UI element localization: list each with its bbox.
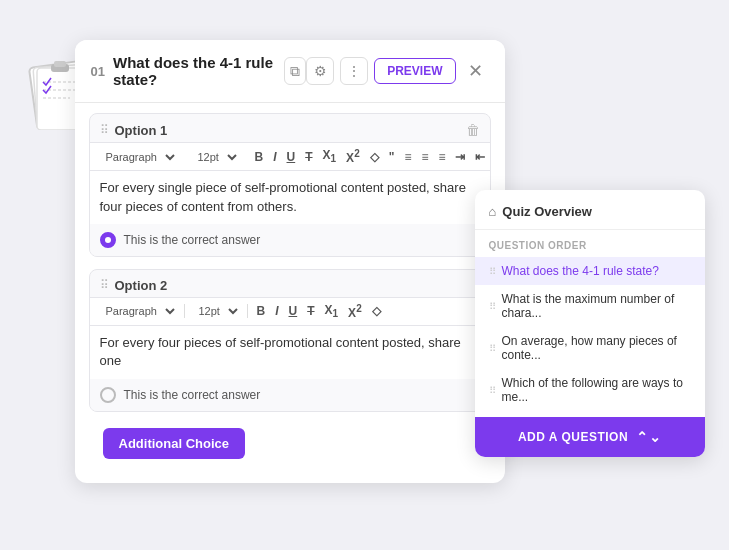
overview-question-4[interactable]: ⠿ Which of the following are ways to me.… (475, 369, 705, 411)
correct-answer-1-label: This is the correct answer (124, 233, 261, 247)
drag-icon-q2: ⠿ (489, 301, 496, 312)
italic-btn-2[interactable]: I (272, 303, 281, 319)
options-area: ⠿ Option 1 🗑 Paragraph 12pt B I (75, 103, 505, 483)
drag-icon-q4: ⠿ (489, 385, 496, 396)
overview-question-1-text: What does the 4-1 rule state? (502, 264, 659, 278)
divider-3 (184, 304, 185, 318)
strikethrough-btn-2[interactable]: T (304, 303, 317, 319)
overview-question-2-text: What is the maximum number of chara... (502, 292, 691, 320)
option-2-label-row: ⠿ Option 2 (100, 278, 168, 293)
option-1-content[interactable]: For every single piece of self-promotion… (90, 171, 490, 223)
add-question-button[interactable]: ADD A QUESTION ⌃⌄ (475, 417, 705, 457)
more-btn[interactable]: ⋮ (340, 57, 368, 85)
toolbar-2: Paragraph 12pt B I U T X1 X2 ◇ (90, 297, 490, 326)
quote-btn-1[interactable]: " (386, 149, 398, 165)
bold-btn-2[interactable]: B (254, 303, 269, 319)
drag-handle-1[interactable]: ⠿ (100, 123, 109, 137)
overview-question-3[interactable]: ⠿ On average, how many pieces of conte..… (475, 327, 705, 369)
correct-answer-2-row: This is the correct answer (90, 379, 490, 411)
list-ol-btn-1[interactable]: ≡ (418, 149, 431, 165)
align-btn-1[interactable]: ≡ (435, 149, 448, 165)
italic-btn-1[interactable]: I (270, 149, 279, 165)
settings-btn[interactable]: ⚙ (306, 57, 334, 85)
option-1-header: ⠿ Option 1 🗑 (90, 114, 490, 142)
additional-choice-button[interactable]: Additional Choice (103, 428, 246, 459)
subscript-btn-1[interactable]: X1 (320, 147, 340, 166)
drag-icon-q3: ⠿ (489, 343, 496, 354)
drag-handle-2[interactable]: ⠿ (100, 278, 109, 292)
overview-title-row: ⌂ Quiz Overview (475, 204, 705, 230)
superscript-btn-1[interactable]: X2 (343, 147, 363, 166)
header-left: 01 What does the 4-1 rule state? ⧉ (91, 54, 307, 88)
option-2-label: Option 2 (115, 278, 168, 293)
underline-btn-1[interactable]: U (284, 149, 299, 165)
correct-answer-2-label: This is the correct answer (124, 388, 261, 402)
overview-question-3-text: On average, how many pieces of conte... (502, 334, 691, 362)
question-number: 01 (91, 64, 105, 79)
dots-icon: ⋮ (347, 63, 361, 79)
overview-question-2[interactable]: ⠿ What is the maximum number of chara... (475, 285, 705, 327)
chevron-icon: ⌃⌄ (636, 429, 661, 445)
indent-btn-1[interactable]: ⇥ (452, 149, 468, 165)
clear-btn-2[interactable]: ◇ (369, 303, 384, 319)
fontsize-select-1[interactable]: 12pt (190, 148, 240, 166)
subscript-btn-2[interactable]: X1 (322, 302, 342, 321)
overview-question-4-text: Which of the following are ways to me... (502, 376, 691, 404)
quiz-header: 01 What does the 4-1 rule state? ⧉ ⚙ ⋮ P… (75, 40, 505, 103)
underline-btn-2[interactable]: U (286, 303, 301, 319)
close-button[interactable]: ✕ (462, 58, 489, 84)
bold-btn-1[interactable]: B (252, 149, 267, 165)
copy-icon: ⧉ (290, 63, 300, 80)
radio-correct-2[interactable] (100, 387, 116, 403)
option-1-label-row: ⠿ Option 1 (100, 123, 168, 138)
gear-icon: ⚙ (314, 63, 327, 79)
copy-icon-btn[interactable]: ⧉ (284, 57, 306, 85)
delete-option-1-icon[interactable]: 🗑 (466, 122, 480, 138)
correct-answer-1-row: This is the correct answer (90, 224, 490, 256)
house-icon: ⌂ (489, 204, 497, 219)
superscript-btn-2[interactable]: X2 (345, 302, 365, 321)
overview-question-1[interactable]: ⠿ What does the 4-1 rule state? (475, 257, 705, 285)
paragraph-select-1[interactable]: Paragraph (98, 148, 178, 166)
paragraph-select-2[interactable]: Paragraph (98, 302, 178, 320)
strikethrough-btn-1[interactable]: T (302, 149, 315, 165)
svg-rect-4 (54, 61, 66, 67)
header-right: ⚙ ⋮ PREVIEW ✕ (306, 57, 488, 85)
option-1-block: ⠿ Option 1 🗑 Paragraph 12pt B I (89, 113, 491, 257)
radio-correct-1[interactable] (100, 232, 116, 248)
list-ul-btn-1[interactable]: ≡ (401, 149, 414, 165)
clear-btn-1[interactable]: ◇ (367, 149, 382, 165)
overview-title: Quiz Overview (502, 204, 592, 219)
option-1-label: Option 1 (115, 123, 168, 138)
fontsize-select-2[interactable]: 12pt (191, 302, 241, 320)
toolbar-1: Paragraph 12pt B I U T X1 X2 ◇ " ≡ (90, 142, 490, 171)
outdent-btn-1[interactable]: ⇤ (472, 149, 488, 165)
quiz-overview-panel: ⌂ Quiz Overview QUESTION ORDER ⠿ What do… (475, 190, 705, 457)
quiz-editor: 01 What does the 4-1 rule state? ⧉ ⚙ ⋮ P… (75, 40, 505, 483)
question-title: What does the 4-1 rule state? (113, 54, 276, 88)
overview-section-label: QUESTION ORDER (475, 230, 705, 257)
option-2-header: ⠿ Option 2 (90, 270, 490, 297)
add-question-label: ADD A QUESTION (518, 430, 628, 444)
preview-button[interactable]: PREVIEW (374, 58, 455, 84)
option-2-block: ⠿ Option 2 Paragraph 12pt B I U (89, 269, 491, 412)
divider-4 (247, 304, 248, 318)
drag-icon-q1: ⠿ (489, 266, 496, 277)
option-2-content[interactable]: For every four pieces of self-promotiona… (90, 326, 490, 378)
